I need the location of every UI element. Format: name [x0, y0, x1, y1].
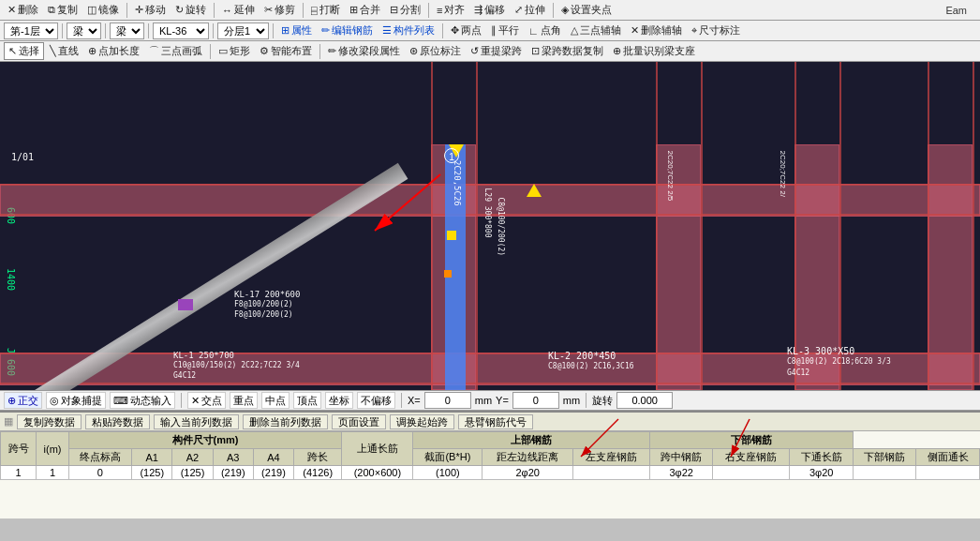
vert-label-2: C8@100/200(2)	[497, 198, 505, 257]
copy-span-btn[interactable]: 复制跨数据	[17, 414, 82, 429]
th-dimensions: 构件尺寸(mm)	[68, 432, 342, 449]
mirror-icon: ◫	[87, 4, 97, 16]
intersection-icon: ✕	[191, 395, 200, 407]
threearc-btn[interactable]: ⌒ 三点画弧	[145, 43, 206, 59]
layer-select[interactable]: 分层1	[217, 23, 269, 39]
th-mid-top: 跨中钢筋	[649, 449, 712, 466]
addlen-btn[interactable]: ⊕ 点加长度	[84, 43, 143, 59]
th-span-len: 跨长	[294, 449, 342, 466]
cell-a3: (219)	[213, 466, 253, 480]
extend-btn[interactable]: ↔ 延伸	[218, 2, 259, 18]
toolbar-row2: 第-1层 梁 梁 KL-36 分层1 ⊞ 属性 ✏ 编辑钢筋 ☰ 构件列表 ✥ …	[0, 21, 980, 41]
coord-btn[interactable]: 坐标	[325, 392, 353, 409]
kl2-label: KL-2 200*450	[548, 351, 616, 361]
toolbar-top: ✕ 删除 ⧉ 复制 ◫ 镜像 ✛ 移动 ↻ 旋转 ↔ 延伸 ✂ 修剪 ⌸ 打断 …	[0, 0, 980, 21]
rect-btn[interactable]: ▭ 矩形	[215, 43, 254, 59]
move-btn[interactable]: ✛ 移动	[131, 2, 170, 18]
three-aux-btn[interactable]: △ 三点辅轴	[567, 23, 625, 38]
cell-span-len: (4126)	[294, 466, 342, 480]
stretch-icon: ⤢	[514, 4, 523, 16]
setpoint-btn[interactable]: ◈ 设置夹点	[557, 2, 616, 18]
snap-icon: ⌸	[311, 5, 318, 16]
parallel-btn[interactable]: ∥ 平行	[487, 23, 523, 38]
editrebar-icon: ✏	[321, 24, 330, 37]
x-input[interactable]	[424, 392, 471, 409]
intersection-btn[interactable]: ✕ 交点	[187, 392, 226, 409]
trim-btn[interactable]: ✂ 修剪	[260, 2, 299, 18]
show-rebar-btn[interactable]: 悬臂钢筋代号	[458, 414, 533, 429]
corner-btn[interactable]: ∟ 点角	[525, 23, 565, 38]
batchid-btn[interactable]: ⊕ 批量识别梁支座	[609, 43, 699, 59]
th-a1: A1	[132, 449, 172, 466]
floor-select[interactable]: 第-1层	[4, 23, 58, 39]
delete-btn[interactable]: ✕ 删除	[4, 2, 42, 18]
element-select[interactable]: KL-36	[153, 23, 209, 39]
editrebar-btn[interactable]: ✏ 编辑钢筋	[318, 23, 377, 38]
th-top-rebar: 上部钢筋	[413, 432, 650, 449]
modspan-icon: ✏	[328, 45, 336, 57]
nomove-btn[interactable]: 不偏移	[357, 392, 395, 409]
copy-btn[interactable]: ⧉ 复制	[44, 2, 82, 18]
del-aux-btn[interactable]: ✕ 删除辅轴	[627, 23, 686, 38]
table-row[interactable]: 1 1 0 (125) (125) (219) (219) (4126) (20…	[1, 466, 980, 480]
line-btn[interactable]: ╲ 直线	[46, 43, 82, 59]
th-a4: A4	[253, 449, 293, 466]
sep2	[214, 3, 215, 18]
batchid-icon: ⊕	[613, 45, 621, 57]
th-a2: A2	[172, 449, 213, 466]
stretch-btn[interactable]: ⤢ 拉伸	[511, 2, 549, 18]
scale-label: 1/01	[11, 152, 34, 162]
mirror-btn[interactable]: ◫ 镜像	[83, 2, 123, 18]
props-btn[interactable]: ⊞ 属性	[277, 23, 316, 38]
align-btn[interactable]: ≡ 对齐	[433, 2, 468, 18]
origmark-btn[interactable]: ⊛ 原位标注	[406, 43, 465, 59]
subtype-select[interactable]: 梁	[110, 23, 144, 39]
twopoints-btn[interactable]: ✥ 两点	[447, 23, 485, 38]
spancopy-btn[interactable]: ⊡ 梁跨数据复制	[527, 43, 607, 59]
dimmark-btn[interactable]: ⌖ 尺寸标注	[688, 23, 744, 38]
reredraw-btn[interactable]: ↺ 重提梁跨	[467, 43, 526, 59]
th-side-cont: 侧面通长	[916, 449, 980, 466]
select-btn[interactable]: ↖ 选择	[4, 42, 44, 60]
kl1-rebar: C10@100/150(2) 2C22;7C22 3/4	[173, 361, 300, 369]
grid-v6	[839, 62, 841, 390]
toolbar-row3: ↖ 选择 ╲ 直线 ⊕ 点加长度 ⌒ 三点画弧 ▭ 矩形 ⚙ 智能布置 ✏ 修改…	[0, 41, 980, 62]
type-select[interactable]: 梁	[67, 23, 101, 39]
th-end-elev: 终点标高	[68, 449, 131, 466]
switch-start-btn[interactable]: 调换起始跨	[390, 414, 454, 429]
offset-btn[interactable]: ⇶ 偏移	[470, 2, 509, 18]
y-input[interactable]	[512, 392, 559, 409]
sep-r2-3	[148, 23, 149, 38]
divide-btn[interactable]: ⊟ 分割	[386, 2, 424, 18]
ortho-btn[interactable]: ⊕ 正交	[4, 392, 42, 409]
cell-dist-left: (100)	[413, 466, 483, 480]
snap-btn[interactable]: ⌸ 打断	[307, 2, 344, 18]
input-cur-btn[interactable]: 输入当前列数据	[154, 414, 239, 429]
partlist-btn[interactable]: ☰ 构件列表	[379, 23, 438, 38]
setpoint-icon: ◈	[561, 4, 569, 16]
endpoint-btn[interactable]: 重点	[230, 392, 258, 409]
paste-span-btn[interactable]: 粘贴跨数据	[85, 414, 150, 429]
purple-marker	[178, 299, 193, 310]
cell-right-seat	[713, 466, 790, 480]
modspan-btn[interactable]: ✏ 修改梁段属性	[324, 43, 404, 59]
del-cur-btn[interactable]: 删除当前列数据	[243, 414, 328, 429]
rotate-input[interactable]	[616, 392, 673, 409]
merge-btn[interactable]: ⊞ 合并	[346, 2, 384, 18]
data-panel-toolbar: ▦ 复制跨数据 粘贴跨数据 输入当前列数据 删除当前列数据 页面设置 调换起始跨…	[0, 413, 980, 431]
rotate-icon: ↻	[175, 4, 184, 16]
toppoint-btn[interactable]: 顶点	[293, 392, 321, 409]
merge-icon: ⊞	[349, 4, 358, 16]
kl3-label: KL-3 300*X50	[787, 346, 854, 356]
x-label: X=	[408, 395, 421, 406]
dyninput-btn[interactable]: ⌨ 动态输入	[110, 392, 175, 409]
main-canvas[interactable]: 1/01 600 1400 J 600 H	[0, 62, 980, 390]
page-setup-btn[interactable]: 页面设置	[332, 414, 386, 429]
rotate-btn[interactable]: ↻ 旋转	[171, 2, 210, 18]
smart-btn[interactable]: ⚙ 智能布置	[256, 43, 316, 59]
grid-v4	[701, 62, 703, 390]
snap-btn[interactable]: ◎ 对象捕提	[46, 392, 106, 409]
midpoint-btn[interactable]: 中点	[261, 392, 290, 409]
col-num-1-top: 1	[444, 148, 459, 163]
kl2-rebar: C8@100(2) 2C16,3C16	[548, 362, 634, 370]
